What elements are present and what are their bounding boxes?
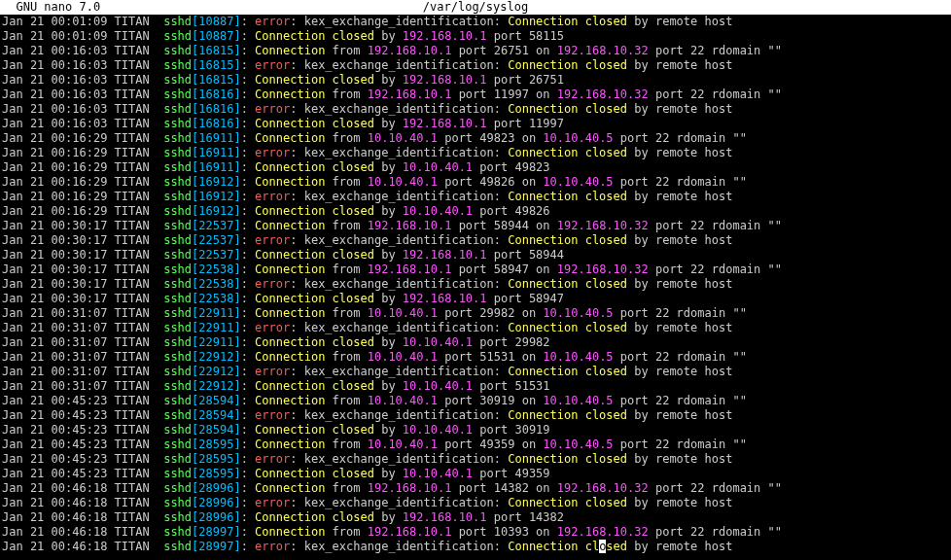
process-name: sshd	[163, 102, 192, 116]
log-timestamp: Jan 21 00:46:18 TITAN	[2, 540, 163, 553]
log-timestamp: Jan 21 00:16:29 TITAN	[2, 190, 163, 203]
log-line: Jan 21 00:30:17 TITAN sshd[22538]: Conne…	[2, 262, 951, 277]
process-name: sshd	[163, 117, 192, 130]
log-timestamp: Jan 21 00:45:23 TITAN	[2, 452, 163, 466]
log-timestamp: Jan 21 00:16:03 TITAN	[2, 117, 163, 130]
log-line: Jan 21 00:30:17 TITAN sshd[22537]: error…	[2, 233, 951, 248]
process-name: sshd	[163, 219, 192, 232]
process-name: sshd	[163, 58, 192, 72]
log-event: Connection closed	[255, 423, 374, 437]
log-level-error: error	[255, 102, 290, 116]
log-event: Connection closed	[508, 15, 627, 28]
log-line: Jan 21 00:46:18 TITAN sshd[28997]: Conne…	[2, 525, 951, 540]
process-pid: [28594]	[192, 408, 241, 422]
log-level-error: error	[255, 277, 290, 291]
process-pid: [22912]	[192, 379, 241, 393]
log-event: Connection closed	[508, 146, 627, 159]
log-level-error: error	[255, 452, 290, 466]
process-pid: [22538]	[192, 277, 241, 291]
log-event: Connection closed	[508, 277, 627, 291]
log-line: Jan 21 00:45:23 TITAN sshd[28595]: Conne…	[2, 438, 951, 452]
process-pid: [22537]	[192, 248, 241, 262]
log-ip: 192.168.10.32	[557, 262, 649, 276]
process-pid: [28594]	[192, 423, 241, 437]
process-pid: [22537]	[192, 233, 241, 247]
log-ip: 192.168.10.1	[368, 525, 452, 539]
process-pid: [16912]	[192, 190, 241, 203]
log-line: Jan 21 00:16:03 TITAN sshd[16815]: error…	[2, 58, 951, 73]
log-timestamp: Jan 21 00:16:29 TITAN	[2, 204, 163, 218]
log-event: Connection closed	[255, 292, 374, 305]
log-line: Jan 21 00:31:07 TITAN sshd[22912]: Conne…	[2, 350, 951, 365]
log-ip: 192.168.10.1	[368, 219, 452, 232]
log-ip: 192.168.10.32	[557, 525, 649, 539]
log-event: Connection	[255, 350, 325, 364]
log-line: Jan 21 00:16:29 TITAN sshd[16912]: Conne…	[2, 204, 951, 219]
log-event: Connection closed	[255, 467, 374, 480]
log-ip: 10.10.40.1	[368, 438, 438, 451]
log-level-error: error	[255, 365, 290, 378]
log-ip: 192.168.10.1	[368, 481, 452, 495]
process-name: sshd	[163, 467, 192, 480]
process-name: sshd	[163, 88, 192, 101]
process-name: sshd	[163, 262, 192, 276]
log-line: Jan 21 00:30:17 TITAN sshd[22538]: Conne…	[2, 292, 951, 306]
log-line: Jan 21 00:30:17 TITAN sshd[22537]: Conne…	[2, 248, 951, 262]
log-line: Jan 21 00:30:17 TITAN sshd[22538]: error…	[2, 277, 951, 292]
log-ip: 10.10.40.5	[543, 438, 613, 451]
log-line: Jan 21 00:31:07 TITAN sshd[22911]: error…	[2, 321, 951, 335]
log-timestamp: Jan 21 00:16:29 TITAN	[2, 131, 163, 145]
log-ip: 192.168.10.32	[557, 44, 649, 57]
log-event: Connection closed	[508, 321, 627, 334]
process-pid: [22911]	[192, 306, 241, 320]
log-line: Jan 21 00:31:07 TITAN sshd[22912]: Conne…	[2, 379, 951, 394]
log-event: Connection	[255, 219, 325, 232]
log-level-error: error	[255, 496, 290, 509]
process-name: sshd	[163, 452, 192, 466]
log-line: Jan 21 00:31:07 TITAN sshd[22912]: error…	[2, 365, 951, 379]
log-timestamp: Jan 21 00:31:07 TITAN	[2, 350, 163, 364]
log-line: Jan 21 00:16:29 TITAN sshd[16912]: Conne…	[2, 175, 951, 190]
log-timestamp: Jan 21 00:45:23 TITAN	[2, 438, 163, 451]
log-ip: 192.168.10.1	[368, 262, 452, 276]
log-ip: 192.168.10.1	[403, 117, 487, 130]
log-event: Connection	[255, 175, 325, 189]
log-line: Jan 21 00:46:18 TITAN sshd[28996]: error…	[2, 496, 951, 510]
log-level-error: error	[255, 408, 290, 422]
process-name: sshd	[163, 365, 192, 378]
log-ip: 192.168.10.32	[557, 88, 649, 101]
log-ip: 10.10.40.1	[368, 175, 438, 189]
log-ip: 192.168.10.1	[403, 73, 487, 87]
log-line: Jan 21 00:45:23 TITAN sshd[28594]: error…	[2, 408, 951, 423]
process-name: sshd	[163, 292, 192, 305]
log-event: Connection closed	[508, 365, 627, 378]
log-event: Connection	[255, 438, 325, 451]
log-ip: 10.10.40.1	[368, 394, 438, 407]
log-event: Connection cl	[508, 540, 599, 553]
log-level-error: error	[255, 58, 290, 72]
process-pid: [22537]	[192, 219, 241, 232]
process-pid: [10887]	[192, 15, 241, 28]
log-timestamp: Jan 21 00:31:07 TITAN	[2, 306, 163, 320]
log-timestamp: Jan 21 00:46:18 TITAN	[2, 481, 163, 495]
process-name: sshd	[163, 321, 192, 334]
log-viewport[interactable]: Jan 21 00:01:09 TITAN sshd[10887]: error…	[0, 15, 951, 554]
log-timestamp: Jan 21 00:16:29 TITAN	[2, 175, 163, 189]
log-line: Jan 21 00:46:18 TITAN sshd[28997]: error…	[2, 540, 951, 554]
log-ip: 10.10.40.1	[403, 204, 473, 218]
process-name: sshd	[163, 335, 192, 349]
process-pid: [22912]	[192, 350, 241, 364]
log-ip: 10.10.40.1	[403, 379, 473, 393]
log-event: Connection closed	[255, 73, 374, 87]
log-timestamp: Jan 21 00:30:17 TITAN	[2, 292, 163, 305]
process-pid: [16912]	[192, 175, 241, 189]
log-event: Connection	[255, 394, 325, 407]
process-pid: [22911]	[192, 321, 241, 334]
process-pid: [28594]	[192, 394, 241, 407]
log-event: Connection	[255, 306, 325, 320]
log-timestamp: Jan 21 00:30:17 TITAN	[2, 233, 163, 247]
log-ip: 192.168.10.32	[557, 219, 649, 232]
process-name: sshd	[163, 423, 192, 437]
log-timestamp: Jan 21 00:45:23 TITAN	[2, 467, 163, 480]
log-line: Jan 21 00:16:03 TITAN sshd[16816]: error…	[2, 102, 951, 117]
